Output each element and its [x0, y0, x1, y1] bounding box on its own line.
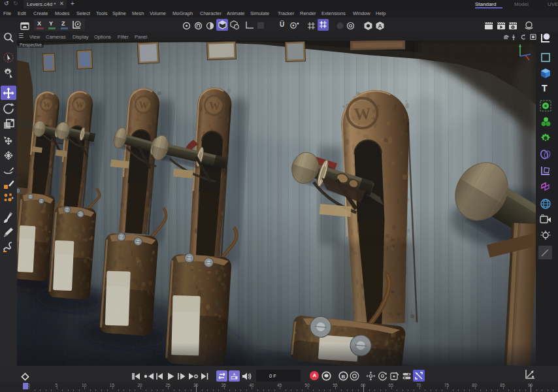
svg-text:B: B	[342, 374, 346, 380]
svg-text:A: A	[378, 23, 382, 29]
svg-text:A: A	[233, 372, 235, 376]
